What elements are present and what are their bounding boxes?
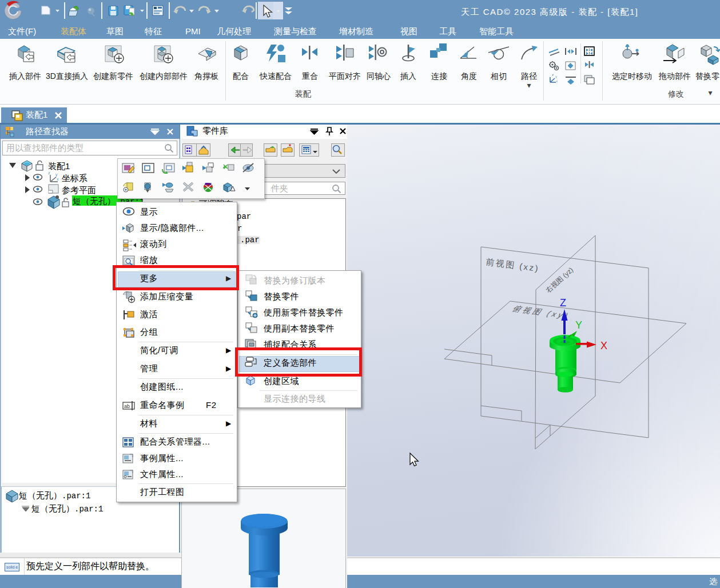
svg-text:装配1: 装配1 bbox=[48, 161, 70, 171]
svg-text:mv: mv bbox=[205, 181, 212, 186]
svg-text:solid e: solid e bbox=[6, 565, 18, 569]
svg-text:y: y bbox=[55, 173, 58, 177]
svg-text:参考平面: 参考平面 bbox=[62, 185, 96, 195]
svg-text:z: z bbox=[552, 73, 554, 77]
svg-text:前视图 (xz): 前视图 (xz) bbox=[486, 257, 540, 273]
svg-text:Y: Y bbox=[575, 319, 582, 331]
svg-text:*: * bbox=[289, 143, 291, 150]
svg-text:x: x bbox=[57, 177, 59, 181]
svg-text:右视图 (yz): 右视图 (yz) bbox=[544, 266, 575, 295]
svg-text:X: X bbox=[600, 340, 607, 351]
svg-text:Z: Z bbox=[560, 297, 566, 309]
svg-text:z: z bbox=[48, 171, 50, 175]
svg-text:y: y bbox=[555, 75, 557, 78]
svg-text:x: x bbox=[556, 79, 558, 83]
svg-text:坐标系: 坐标系 bbox=[62, 173, 87, 183]
svg-text:ab: ab bbox=[124, 403, 130, 409]
